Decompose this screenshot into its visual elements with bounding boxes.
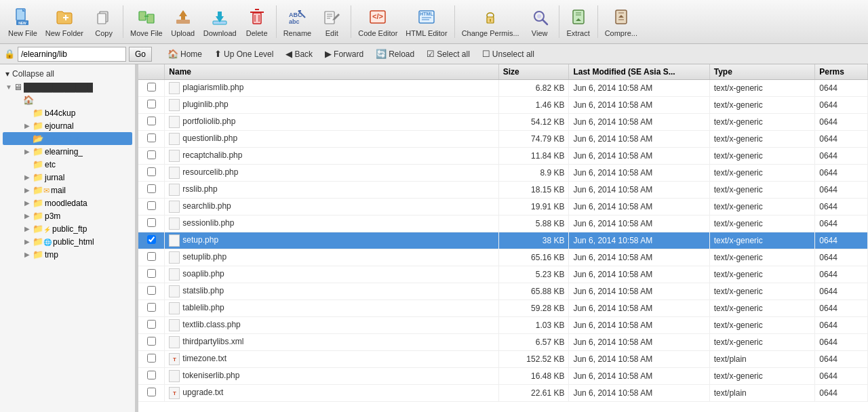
checkbox-13[interactable]: [147, 303, 156, 312]
file-name-0[interactable]: plagiarismlib.php: [165, 80, 498, 97]
up-one-level-button[interactable]: ⬆ Up One Level: [210, 47, 278, 60]
select-all-button[interactable]: ☑ Select all: [422, 47, 475, 60]
table-row[interactable]: tokeniserlib.php16.48 KBJun 6, 2014 10:5…: [138, 368, 868, 385]
file-name-8[interactable]: sessionlib.php: [165, 215, 498, 232]
unselect-all-button[interactable]: ☐ Unselect all: [477, 47, 539, 60]
file-name-18[interactable]: Tupgrade.txt: [165, 385, 498, 402]
collapse-all-button[interactable]: ▾ Collapse all: [3, 67, 132, 81]
delete-button[interactable]: Delete: [241, 3, 273, 41]
row-checkbox-3[interactable]: [138, 131, 165, 148]
tree-item-0[interactable]: ▼🖥████████████: [3, 81, 132, 94]
checkbox-2[interactable]: [147, 117, 156, 125]
row-checkbox-5[interactable]: [138, 165, 165, 182]
move-file-button[interactable]: Move File: [126, 3, 167, 41]
file-name-13[interactable]: tablelib.php: [165, 300, 498, 317]
row-checkbox-18[interactable]: [138, 385, 165, 402]
checkbox-8[interactable]: [147, 218, 156, 227]
checkbox-18[interactable]: [147, 388, 156, 396]
checkbox-11[interactable]: [147, 269, 156, 278]
change-perms-button[interactable]: Change Permis...: [458, 3, 524, 41]
row-checkbox-17[interactable]: [138, 368, 165, 385]
table-row[interactable]: statslib.php65.88 KBJun 6, 2014 10:58 AM…: [138, 283, 868, 300]
file-name-16[interactable]: Ttimezone.txt: [165, 351, 498, 368]
file-name-2[interactable]: portfoliolib.php: [165, 114, 498, 131]
checkbox-10[interactable]: [147, 252, 156, 261]
checkbox-17[interactable]: [147, 371, 156, 379]
edit-button[interactable]: Edit: [315, 3, 348, 41]
row-checkbox-0[interactable]: [138, 80, 165, 97]
checkbox-5[interactable]: [147, 167, 156, 176]
table-row[interactable]: recaptchalib.php11.84 KBJun 6, 2014 10:5…: [138, 148, 868, 165]
row-checkbox-2[interactable]: [138, 114, 165, 131]
row-checkbox-11[interactable]: [138, 266, 165, 283]
checkbox-1[interactable]: [147, 100, 156, 108]
compress-button[interactable]: Compre...: [601, 3, 642, 41]
col-header-3[interactable]: Last Modified (SE Asia S...: [569, 64, 709, 80]
reload-button[interactable]: 🔄 Reload: [371, 47, 419, 60]
table-row[interactable]: portfoliolib.php54.12 KBJun 6, 2014 10:5…: [138, 114, 868, 131]
new-file-button[interactable]: NEWNew File: [4, 3, 41, 41]
html-editor-button[interactable]: HTMLHTML Editor: [401, 3, 451, 41]
col-header-0[interactable]: [138, 64, 165, 80]
table-row[interactable]: soaplib.php5.23 KBJun 6, 2014 10:58 AMte…: [138, 266, 868, 283]
file-name-15[interactable]: thirdpartylibs.xml: [165, 334, 498, 351]
tree-item-9[interactable]: ▶📁moodledata: [3, 197, 132, 209]
file-name-3[interactable]: questionlib.php: [165, 131, 498, 148]
file-name-9[interactable]: setup.php: [165, 232, 498, 249]
row-checkbox-10[interactable]: [138, 249, 165, 266]
file-name-5[interactable]: resourcelib.php: [165, 165, 498, 182]
file-name-17[interactable]: tokeniserlib.php: [165, 368, 498, 385]
download-button[interactable]: Download: [199, 3, 241, 41]
col-header-1[interactable]: Name: [165, 64, 498, 80]
tree-item-6[interactable]: 📁etc: [3, 158, 132, 171]
row-checkbox-13[interactable]: [138, 300, 165, 317]
copy-button[interactable]: Copy: [87, 3, 120, 41]
table-row[interactable]: searchlib.php19.91 KBJun 6, 2014 10:58 A…: [138, 199, 868, 215]
tree-item-7[interactable]: ▶📁jurnal: [3, 171, 132, 184]
table-row[interactable]: rsslib.php18.15 KBJun 6, 2014 10:58 AMte…: [138, 182, 868, 199]
file-name-12[interactable]: statslib.php: [165, 283, 498, 300]
table-row[interactable]: plagiarismlib.php6.82 KBJun 6, 2014 10:5…: [138, 80, 868, 97]
file-name-1[interactable]: pluginlib.php: [165, 97, 498, 114]
file-name-6[interactable]: rsslib.php: [165, 182, 498, 199]
tree-item-10[interactable]: ▶📁p3m: [3, 209, 132, 222]
row-checkbox-15[interactable]: [138, 334, 165, 351]
checkbox-12[interactable]: [147, 286, 156, 295]
checkbox-4[interactable]: [147, 150, 156, 159]
table-row[interactable]: sessionlib.php5.88 KBJun 6, 2014 10:58 A…: [138, 215, 868, 232]
table-row[interactable]: Tupgrade.txt22.61 KBJun 6, 2014 10:58 AM…: [138, 385, 868, 402]
table-row[interactable]: Ttimezone.txt152.52 KBJun 6, 2014 10:58 …: [138, 351, 868, 368]
tree-item-5[interactable]: ▶📁elearning_: [3, 145, 132, 158]
col-header-4[interactable]: Type: [709, 64, 814, 80]
forward-button[interactable]: ▶ Forward: [320, 47, 368, 60]
row-checkbox-6[interactable]: [138, 182, 165, 199]
table-row[interactable]: setup.php38 KBJun 6, 2014 10:58 AMtext/x…: [138, 232, 868, 249]
code-editor-button[interactable]: </>Code Editor: [354, 3, 401, 41]
back-button[interactable]: ◀ Back: [281, 47, 317, 60]
checkbox-9[interactable]: [147, 235, 156, 244]
tree-item-2[interactable]: 📁b44ckup: [3, 106, 132, 119]
row-checkbox-1[interactable]: [138, 97, 165, 114]
row-checkbox-4[interactable]: [138, 148, 165, 165]
checkbox-6[interactable]: [147, 184, 156, 193]
new-folder-button[interactable]: New Folder: [41, 3, 87, 41]
tree-item-11[interactable]: ▶📁⚡public_ftp: [3, 222, 132, 235]
tree-item-12[interactable]: ▶📁🌐public_html: [3, 235, 132, 248]
checkbox-3[interactable]: [147, 133, 156, 142]
path-input[interactable]: [18, 47, 126, 62]
tree-item-13[interactable]: ▶📁tmp: [3, 248, 132, 261]
file-name-7[interactable]: searchlib.php: [165, 199, 498, 215]
row-checkbox-9[interactable]: [138, 232, 165, 249]
table-row[interactable]: resourcelib.php8.9 KBJun 6, 2014 10:58 A…: [138, 165, 868, 182]
home-button[interactable]: 🏠 Home: [163, 47, 207, 60]
tree-item-4[interactable]: 📂elearning: [3, 132, 132, 145]
file-name-4[interactable]: recaptchalib.php: [165, 148, 498, 165]
tree-item-8[interactable]: ▶📁✉mail: [3, 184, 132, 197]
row-checkbox-7[interactable]: [138, 199, 165, 215]
table-row[interactable]: thirdpartylibs.xml6.57 KBJun 6, 2014 10:…: [138, 334, 868, 351]
table-row[interactable]: tablelib.php59.28 KBJun 6, 2014 10:58 AM…: [138, 300, 868, 317]
file-name-10[interactable]: setuplib.php: [165, 249, 498, 266]
col-header-2[interactable]: Size: [498, 64, 569, 80]
table-row[interactable]: pluginlib.php1.46 KBJun 6, 2014 10:58 AM…: [138, 97, 868, 114]
row-checkbox-12[interactable]: [138, 283, 165, 300]
